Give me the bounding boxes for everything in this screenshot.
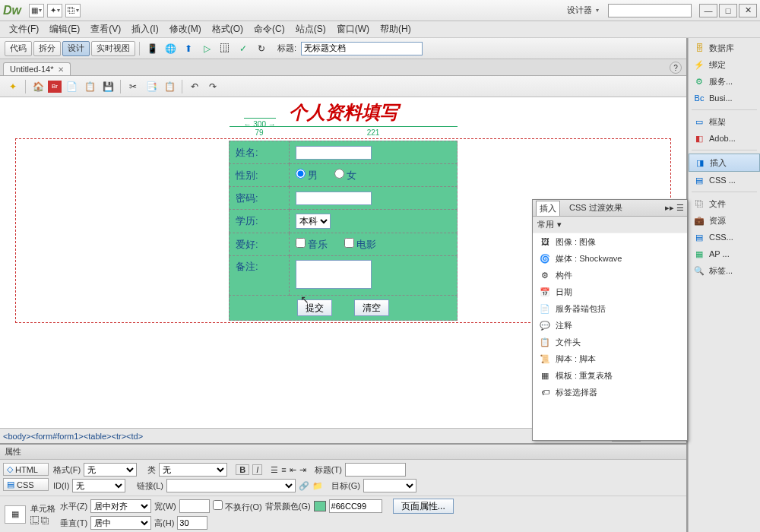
remark-textarea[interactable] xyxy=(296,260,372,289)
sidebar-item[interactable]: ▭框架 xyxy=(689,113,760,130)
sidebar-item[interactable]: ▤CSS... xyxy=(689,229,760,245)
layout-icon[interactable]: ▦▾ xyxy=(29,4,44,17)
sidebar-item[interactable]: 💼资源 xyxy=(689,212,760,229)
sidebar-item[interactable]: ⿻文件 xyxy=(689,195,760,212)
new-icon[interactable]: ✦ xyxy=(5,79,21,94)
html-tab[interactable]: ◇HTML xyxy=(3,463,49,476)
sidebar-item[interactable]: 🗄数据库 xyxy=(689,40,760,56)
insert-item[interactable]: 📅日期 xyxy=(533,283,687,300)
copy2-icon[interactable]: 📑 xyxy=(143,79,160,94)
css-transition-tab[interactable]: CSS 过渡效果 xyxy=(566,201,625,215)
close-icon[interactable]: ✕ xyxy=(58,65,64,74)
insert-item[interactable]: ▦模板 : 重复表格 xyxy=(533,367,687,384)
play-icon[interactable]: ▷ xyxy=(198,41,215,56)
title-input[interactable] xyxy=(301,42,423,55)
code-view-button[interactable]: 代码 xyxy=(5,41,32,56)
nowrap-checkbox[interactable] xyxy=(213,500,223,510)
gender-male-radio[interactable] xyxy=(296,169,306,179)
menu-command[interactable]: 命令(C) xyxy=(249,21,290,37)
cut-icon[interactable]: ✂ xyxy=(125,79,141,94)
close-button[interactable]: ✕ xyxy=(739,4,757,17)
insert-item[interactable]: 📋文件头 xyxy=(533,334,687,350)
tree-icon[interactable]: ⿻▾ xyxy=(65,4,81,17)
sidebar-item[interactable]: 🔍标签... xyxy=(689,262,760,279)
menu-window[interactable]: 窗口(W) xyxy=(332,21,374,37)
panel-menu-icon[interactable]: ▸▸ ☰ xyxy=(665,203,684,213)
tag-form[interactable]: <form#form1> xyxy=(31,432,84,441)
menu-edit[interactable]: 编辑(E) xyxy=(45,21,84,37)
sidebar-item[interactable]: ▦AP ... xyxy=(689,245,760,262)
insert-tab[interactable]: 插入 xyxy=(536,201,560,216)
cell-icon[interactable]: ▦ xyxy=(5,505,26,524)
search-input[interactable] xyxy=(608,4,692,17)
up-icon[interactable]: ⬆ xyxy=(180,41,197,56)
maximize-button[interactable]: □ xyxy=(719,4,737,17)
globe-icon[interactable]: 🌐 xyxy=(162,41,179,56)
reset-button[interactable]: 清空 xyxy=(354,299,389,316)
insert-item[interactable]: 🖼图像 : 图像 xyxy=(533,233,687,250)
undo-icon[interactable]: ↶ xyxy=(186,79,203,94)
browse-icon[interactable]: 📱 xyxy=(144,41,160,56)
insert-item[interactable]: 🏷标签选择器 xyxy=(533,384,687,401)
outdent-icon[interactable]: ⇤ xyxy=(290,465,296,475)
page-icon[interactable]: 📄 xyxy=(63,79,80,94)
italic-button[interactable]: I xyxy=(252,464,262,475)
validate-icon[interactable]: ✓ xyxy=(235,41,252,56)
refresh-icon[interactable]: ↻ xyxy=(253,41,270,56)
live-view-button[interactable]: 实时视图 xyxy=(91,41,135,56)
menu-insert[interactable]: 插入(I) xyxy=(127,21,163,37)
tag-body[interactable]: <body> xyxy=(3,432,31,441)
home-icon[interactable]: 🏠 xyxy=(30,79,46,94)
menu-modify[interactable]: 修改(M) xyxy=(165,21,206,37)
hobby-music-checkbox[interactable] xyxy=(296,238,306,248)
indent-icon[interactable]: ⇥ xyxy=(299,465,306,475)
bgcolor-swatch[interactable] xyxy=(314,501,326,511)
menu-help[interactable]: 帮助(H) xyxy=(375,21,416,37)
tool-icon[interactable]: ✦▾ xyxy=(47,4,62,17)
insert-item[interactable]: 🌀媒体 : Shockwave xyxy=(533,250,687,267)
education-select[interactable]: 本科 xyxy=(296,214,331,229)
tag-tr[interactable]: <tr> xyxy=(112,432,127,441)
bgcolor-input[interactable] xyxy=(329,499,382,513)
list-ol-icon[interactable]: ≡ xyxy=(281,465,286,474)
tag-table[interactable]: <table> xyxy=(84,432,112,441)
password-input[interactable] xyxy=(296,192,372,205)
br-icon[interactable]: Br xyxy=(48,81,62,93)
submit-button[interactable]: 提交 xyxy=(297,299,332,316)
width-input[interactable] xyxy=(179,499,210,513)
menu-view[interactable]: 查看(V) xyxy=(86,21,125,37)
split-view-button[interactable]: 拆分 xyxy=(33,41,61,56)
height-input[interactable] xyxy=(177,516,207,530)
sidebar-item[interactable]: BcBusi... xyxy=(689,90,760,106)
insert-item[interactable]: 📄服务器端包括 xyxy=(533,300,687,317)
options-icon[interactable]: ⿲ xyxy=(217,41,233,56)
sidebar-item[interactable]: ◨插入 xyxy=(689,154,760,172)
sidebar-item[interactable]: ⚙服务... xyxy=(689,73,760,90)
page-props-button[interactable]: 页面属性... xyxy=(393,499,454,514)
minimize-button[interactable]: — xyxy=(699,4,717,17)
sidebar-item[interactable]: ⚡绑定 xyxy=(689,56,760,73)
insert-item[interactable]: 📜脚本 : 脚本 xyxy=(533,350,687,367)
category-dropdown[interactable]: 常用 ▾ xyxy=(533,217,687,233)
gender-female-radio[interactable] xyxy=(334,169,344,179)
insert-item[interactable]: ⚙构件 xyxy=(533,267,687,283)
redo-icon[interactable]: ↷ xyxy=(204,79,221,94)
sidebar-item[interactable]: ◧Adob... xyxy=(689,130,760,147)
insert-item[interactable]: 💬注释 xyxy=(533,317,687,334)
format-select[interactable]: 无 xyxy=(84,463,137,477)
menu-format[interactable]: 格式(O) xyxy=(207,21,248,37)
title-prop-input[interactable] xyxy=(345,463,406,477)
link-select[interactable] xyxy=(166,479,296,492)
bold-button[interactable]: B xyxy=(236,464,249,475)
merge-icon[interactable]: ⿺ ⿻ xyxy=(30,516,55,525)
class-select[interactable]: 无 xyxy=(159,463,227,477)
halign-select[interactable]: 居中对齐 xyxy=(90,499,151,513)
css-tab[interactable]: ▤CSS xyxy=(3,478,49,491)
menu-file[interactable]: 文件(F) xyxy=(5,21,43,37)
id-select[interactable]: 无 xyxy=(72,479,125,492)
menu-site[interactable]: 站点(S) xyxy=(291,21,331,37)
tag-td[interactable]: <td> xyxy=(126,432,143,441)
folder-icon[interactable]: 📁 xyxy=(312,481,323,491)
save-icon[interactable]: 💾 xyxy=(100,79,116,94)
sidebar-item[interactable]: ▤CSS ... xyxy=(689,172,760,188)
